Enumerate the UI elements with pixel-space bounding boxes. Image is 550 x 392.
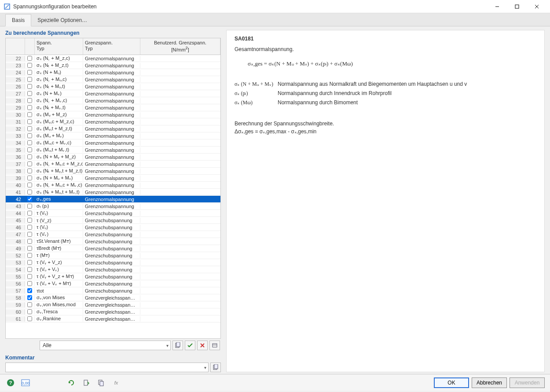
table-row[interactable]: 54τ (Vᵤ + Vᵥ)Grenzschubspannung	[6, 266, 220, 273]
table-row[interactable]: 44τ (Vᵧ)Grenzschubspannung	[6, 210, 220, 217]
row-limit-type[interactable]: Grenzschubspannung	[83, 232, 140, 237]
row-checkbox[interactable]	[27, 133, 32, 138]
row-limit-type[interactable]: Grenznormalspannung	[83, 176, 140, 181]
row-limit-type[interactable]: Grenzschubspannung	[83, 260, 140, 265]
row-checkbox[interactable]	[27, 316, 32, 321]
table-row[interactable]: 35σₓ (Mᵤ,t + Mᵥ,t)Grenznormalspannung	[6, 147, 220, 154]
cancel-button[interactable]: Abbrechen	[472, 377, 507, 388]
table-row[interactable]: 45τ (V_z)Grenzschubspannung	[6, 217, 220, 224]
table-row[interactable]: 40σₓ (N꜀ + Mᵤ,c + Mᵥ,c)Grenznormalspannu…	[6, 182, 220, 189]
row-checkbox[interactable]	[27, 239, 32, 244]
row-limit-type[interactable]: Grenznormalspannung	[83, 133, 140, 139]
row-limit-type[interactable]: Grenzschubspannung	[83, 267, 140, 272]
row-limit-type[interactable]: Grenzvergleichsspan…	[83, 316, 140, 322]
row-checkbox[interactable]	[27, 169, 32, 173]
row-checkbox[interactable]	[27, 211, 32, 216]
table-row[interactable]: 24σₓ (N + Mᵤ)Grenznormalspannung	[6, 69, 220, 76]
row-limit-type[interactable]: Grenznormalspannung	[83, 63, 140, 68]
settings-icon[interactable]	[209, 341, 220, 350]
row-checkbox[interactable]	[27, 183, 32, 187]
row-checkbox[interactable]	[27, 140, 32, 145]
row-checkbox[interactable]	[27, 295, 32, 300]
row-checkbox[interactable]	[27, 112, 32, 117]
row-checkbox[interactable]	[27, 232, 32, 237]
row-limit-type[interactable]: Grenzschubspannung	[83, 211, 140, 216]
table-row[interactable]: 57τtotGrenzschubspannung	[6, 287, 220, 294]
row-limit-type[interactable]: Grenznormalspannung	[83, 91, 140, 96]
row-limit-type[interactable]: Grenzschubspannung	[83, 274, 140, 279]
row-limit-type[interactable]: Grenzschubspannung	[83, 239, 140, 244]
table-row[interactable]: 22σₓ (N꜀ + M_z,c)Grenznormalspannung	[6, 55, 220, 62]
table-row[interactable]: 38σₓ (Nₜ + Mᵧ,t + M_z,t)Grenznormalspann…	[6, 168, 220, 175]
row-checkbox[interactable]	[27, 288, 32, 293]
table-row[interactable]: 61σᵥ,RankineGrenzvergleichsspan…	[6, 315, 220, 322]
row-checkbox[interactable]	[27, 246, 32, 251]
row-limit-type[interactable]: Grenzvergleichsspan…	[83, 309, 140, 315]
row-checkbox[interactable]	[27, 281, 32, 286]
row-limit-type[interactable]: Grenznormalspannung	[83, 183, 140, 188]
row-checkbox[interactable]	[27, 91, 32, 96]
row-limit-type[interactable]: Grenznormalspannung	[83, 84, 140, 89]
row-limit-type[interactable]: Grenzschubspannung	[83, 288, 140, 293]
maximize-button[interactable]	[507, 0, 527, 13]
row-limit-type[interactable]: Grenznormalspannung	[83, 126, 140, 132]
table-row[interactable]: 27σₓ (N + Mᵥ)Grenznormalspannung	[6, 90, 220, 97]
filter-combo[interactable]: Alle ▾	[40, 341, 171, 350]
row-checkbox[interactable]	[27, 274, 32, 279]
row-limit-type[interactable]: Grenzschubspannung	[83, 281, 140, 286]
table-row[interactable]: 36σₓ (N + Mᵧ + M_z)Grenznormalspannung	[6, 154, 220, 161]
copy-icon[interactable]	[172, 341, 183, 350]
table-row[interactable]: 23σₓ (Nₜ + M_z,t)Grenznormalspannung	[6, 62, 220, 69]
table-row[interactable]: 30σₓ (Mᵧ + M_z)Grenznormalspannung	[6, 111, 220, 118]
row-checkbox[interactable]	[27, 154, 32, 159]
table-row[interactable]: 31σₓ (Mᵧ,c + M_z,c)Grenznormalspannung	[6, 118, 220, 125]
row-limit-type[interactable]: Grenznormalspannung	[83, 169, 140, 174]
row-checkbox[interactable]	[27, 302, 32, 307]
row-checkbox[interactable]	[27, 225, 32, 230]
row-checkbox[interactable]	[27, 176, 32, 180]
table-row[interactable]: 37σₓ (N꜀ + Mᵧ,c + M_z,c)Grenznormalspann…	[6, 161, 220, 168]
row-checkbox[interactable]	[27, 84, 32, 89]
apply-button[interactable]: Anwenden	[510, 377, 545, 388]
comment-edit-icon[interactable]	[210, 363, 221, 372]
row-limit-type[interactable]: Grenzschubspannung	[83, 246, 140, 251]
row-checkbox[interactable]	[27, 161, 32, 166]
row-checkbox[interactable]	[27, 197, 32, 201]
row-limit-type[interactable]: Grenznormalspannung	[83, 154, 140, 160]
row-limit-type[interactable]: Grenznormalspannung	[83, 204, 140, 209]
table-row[interactable]: 34σₓ (Mᵤ,c + Mᵥ,c)Grenznormalspannung	[6, 139, 220, 147]
row-checkbox[interactable]	[27, 267, 32, 272]
table-row[interactable]: 48τSt.Venant (Mᴛ)Grenzschubspannung	[6, 238, 220, 245]
minimize-button[interactable]	[487, 0, 507, 13]
row-checkbox[interactable]	[27, 190, 32, 194]
close-button[interactable]	[527, 0, 546, 13]
row-limit-type[interactable]: Grenzvergleichsspan…	[83, 295, 140, 300]
table-row[interactable]: 56τ (Vᵤ + Vᵥ + Mᴛ)Grenzschubspannung	[6, 280, 220, 287]
row-checkbox[interactable]	[27, 309, 32, 314]
tab-basis[interactable]: Basis	[5, 14, 31, 26]
table-row[interactable]: 28σₓ (N꜀ + Mᵥ,c)Grenznormalspannung	[6, 97, 220, 104]
table-row[interactable]: 55τ (Vᵧ + V_z + Mᴛ)Grenzschubspannung	[6, 273, 220, 280]
row-checkbox[interactable]	[27, 105, 32, 110]
row-checkbox[interactable]	[27, 70, 32, 75]
table-row[interactable]: 26σₓ (Nₜ + Mᵤ,t)Grenznormalspannung	[6, 83, 220, 90]
table-row[interactable]: 59σᵥ,von Mises,modGrenzvergleichsspan…	[6, 301, 220, 308]
row-limit-type[interactable]: Grenznormalspannung	[83, 112, 140, 117]
row-checkbox[interactable]	[27, 147, 32, 152]
export-icon[interactable]	[81, 377, 92, 388]
units-icon[interactable]: 0,00	[20, 377, 31, 388]
row-limit-type[interactable]: Grenzvergleichsspan…	[83, 302, 140, 308]
row-checkbox[interactable]	[27, 204, 32, 209]
row-checkbox[interactable]	[27, 63, 32, 68]
copy-footer-icon[interactable]	[96, 377, 106, 388]
table-row[interactable]: 32σₓ (Mᵧ,t + M_z,t)Grenznormalspannung	[6, 125, 220, 132]
function-icon[interactable]: fx	[111, 377, 121, 388]
table-row[interactable]: 46τ (Vᵤ)Grenzschubspannung	[6, 224, 220, 231]
table-row[interactable]: 47τ (Vᵥ)Grenzschubspannung	[6, 231, 220, 238]
row-limit-type[interactable]: Grenznormalspannung	[83, 197, 140, 202]
check-all-icon[interactable]	[185, 341, 195, 350]
ok-button[interactable]: OK	[434, 377, 469, 388]
row-limit-type[interactable]: Grenznormalspannung	[83, 105, 140, 110]
row-checkbox[interactable]	[27, 98, 32, 103]
row-checkbox[interactable]	[27, 126, 32, 131]
